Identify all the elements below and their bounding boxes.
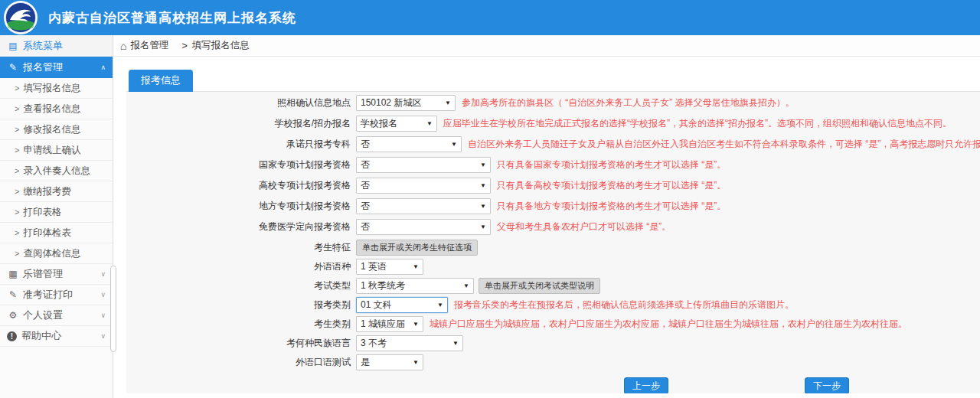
group-label: 帮助中心: [21, 329, 61, 343]
sidebar-group-registration[interactable]: ✎ 报名管理 ∧: [0, 57, 113, 78]
candidate-features-toggle-button[interactable]: 单击展开或关闭考生特征选项: [356, 240, 478, 256]
form-row: 外语口语测试 是 ▼: [126, 354, 980, 370]
submenu-arrow-icon: >: [15, 125, 19, 134]
submenu-label: 缴纳报考费: [23, 185, 71, 198]
gear-icon: ⚙: [7, 310, 19, 321]
submenu-label: 查看报名信息: [23, 103, 80, 116]
sidebar-item-print-physical-form[interactable]: > 打印体检表: [0, 223, 113, 243]
submenu-label: 打印体检表: [23, 227, 71, 240]
dropdown-arrow-icon: ▼: [475, 223, 486, 230]
field-label: 学校报名/招办报名: [126, 117, 356, 130]
form-row: 承诺只报考专科 否 ▼ 自治区外来务工人员随迁子女及户籍从自治区外迁入我自治区考…: [126, 136, 980, 152]
field-hint: 报考音乐类的考生在预报名后，照相确认信息前须选择或上传所填曲目的乐谱图片。: [454, 298, 794, 312]
exam-type-help-button[interactable]: 单击展开或关闭考试类型说明: [479, 278, 600, 294]
form-row: 学校报名/招办报名 学校报名 ▼ 应届毕业生在学校所在地完成正式报名的选择“学校…: [126, 116, 980, 132]
field-label: 考何种民族语言: [126, 337, 356, 350]
sidebar-group-admission-ticket[interactable]: ✎ 准考证打印 ∨: [0, 285, 113, 305]
form-row: 高校专项计划报考资格 否 ▼ 只有具备高校专项计划报考资格的考生才可以选择 “是…: [126, 178, 980, 194]
field-label: 承诺只报考专科: [126, 138, 356, 151]
sidebar-scrollbar[interactable]: [110, 266, 116, 352]
dropdown-arrow-icon: ▼: [475, 182, 486, 189]
sidebar-item-modify-registration[interactable]: > 修改报名信息: [0, 119, 113, 140]
sidebar-group-personal-settings[interactable]: ⚙ 个人设置 ∨: [0, 305, 113, 326]
form-row: 考何种民族语言 3 不考 ▼: [126, 335, 980, 351]
tab-application-info[interactable]: 报考信息: [129, 70, 193, 92]
sidebar: ▤ 系统菜单 ✎ 报名管理 ∧ > 填写报名信息 > 查看报名信息 > 修改报名…: [0, 35, 113, 398]
breadcrumb-separator: >: [181, 41, 187, 51]
form-row: 照相确认信息地点 150102 新城区 ▼ 参加高考所在的旗县区（ “自治区外来…: [126, 95, 980, 111]
form-actions: 上一步 下一步: [126, 377, 980, 393]
school-or-office-register-select[interactable]: 学校报名 ▼: [356, 116, 437, 132]
sidebar-item-print-forms[interactable]: > 打印表格: [0, 202, 113, 223]
breadcrumb-current: 填写报名信息: [192, 39, 250, 52]
form-row: 考生特征 单击展开或关闭考生特征选项: [126, 240, 980, 256]
dropdown-arrow-icon: ▼: [440, 100, 451, 106]
local-special-plan-select[interactable]: 否 ▼: [356, 198, 491, 214]
app-logo: [4, 1, 38, 34]
app-title: 内蒙古自治区普通高校招生网上报名系统: [48, 9, 296, 27]
sidebar-item-view-registration[interactable]: > 查看报名信息: [0, 99, 113, 119]
form-row: 考试类型 1 秋季统考 ▼ 单击展开或关闭考试类型说明: [126, 278, 980, 294]
app-header: 内蒙古自治区普通高校招生网上报名系统: [0, 0, 980, 35]
free-medical-directed-select[interactable]: 否 ▼: [356, 219, 491, 235]
field-label: 外语语种: [126, 260, 356, 273]
field-label: 考试类型: [126, 279, 356, 292]
submenu-arrow-icon: >: [15, 207, 19, 217]
sidebar-group-music-score[interactable]: ▦ 乐谱管理 ∨: [0, 264, 113, 285]
submenu-arrow-icon: >: [15, 187, 19, 196]
submenu-arrow-icon: >: [15, 249, 19, 258]
sidebar-item-pay-fee[interactable]: > 缴纳报考费: [0, 181, 113, 202]
edit-icon: ✎: [7, 62, 19, 73]
breadcrumb-root[interactable]: 报名管理: [130, 39, 168, 52]
help-icon: !: [7, 331, 17, 341]
dropdown-arrow-icon: ▼: [459, 282, 469, 289]
sidebar-menu-title: ▤ 系统菜单: [0, 35, 113, 57]
university-special-plan-select[interactable]: 否 ▼: [356, 178, 491, 194]
oral-test-select[interactable]: 是 ▼: [356, 354, 423, 370]
field-label: 地方专项计划报考资格: [126, 200, 356, 213]
sidebar-item-online-confirm[interactable]: > 申请线上确认: [0, 140, 113, 161]
submenu-arrow-icon: >: [15, 228, 19, 237]
field-label: 外语口语测试: [126, 356, 356, 369]
group-label: 报名管理: [23, 60, 63, 74]
sidebar-item-fill-registration[interactable]: > 填写报名信息: [0, 78, 113, 99]
next-step-button[interactable]: 下一步: [805, 377, 849, 393]
field-hint: 父母和考生具备农村户口才可以选择 “是”。: [497, 220, 671, 233]
dropdown-arrow-icon: ▼: [408, 359, 419, 366]
sidebar-item-view-physical-info[interactable]: > 查阅体检信息: [0, 243, 113, 264]
dropdown-arrow-icon: ▼: [475, 203, 486, 210]
sidebar-group-help-center[interactable]: ! 帮助中心 ∨: [0, 326, 113, 347]
field-label: 报考类别: [126, 298, 356, 312]
field-label: 高校专项计划报考资格: [126, 179, 356, 192]
submenu-arrow-icon: >: [15, 145, 19, 155]
score-grid-icon: ▦: [7, 269, 19, 279]
form-row: 报考类别 01 文科 ▼ 报考音乐类的考生在预报名后，照相确认信息前须选择或上传…: [126, 297, 980, 313]
national-special-plan-select[interactable]: 否 ▼: [356, 157, 491, 173]
chevron-down-icon: ∨: [100, 332, 106, 340]
exam-type-select[interactable]: 1 秋季统考 ▼: [356, 278, 474, 294]
field-hint: 自治区外来务工人员随迁子女及户籍从自治区外迁入我自治区考生如不符合本科录取条件，…: [468, 138, 980, 151]
candidate-category-select[interactable]: 1 城镇应届 ▼: [356, 316, 423, 332]
application-category-select[interactable]: 01 文科 ▼: [356, 297, 448, 313]
field-hint: 只有具备地方专项计划报考资格的考生才可以选择 “是”。: [497, 200, 726, 213]
field-hint: 城镇户口应届生为城镇应届，农村户口应届生为农村应届，城镇户口往届生为城镇往届，农…: [430, 318, 907, 331]
field-label: 国家专项计划报考资格: [126, 158, 356, 171]
photo-confirm-location-select[interactable]: 150102 新城区 ▼: [356, 95, 456, 111]
menu-list-icon: ▤: [7, 41, 19, 51]
foreign-language-select[interactable]: 1 英语 ▼: [356, 259, 423, 275]
field-hint: 只有具备高校专项计划报考资格的考生才可以选择 “是”。: [497, 179, 726, 192]
edit-icon: ✎: [7, 289, 19, 300]
form-row: 考生类别 1 城镇应届 ▼ 城镇户口应届生为城镇应届，农村户口应届生为农村应届，…: [126, 316, 980, 332]
previous-step-button[interactable]: 上一步: [624, 377, 668, 393]
chevron-up-icon: ∧: [100, 64, 106, 71]
submenu-label: 填写报名信息: [23, 82, 80, 95]
field-hint: 参加高考所在的旗县区（ “自治区外来务工人员子女” 选择父母居住地旗县招办）。: [462, 96, 795, 109]
breadcrumb: ⌂ 报名管理 > 填写报名信息: [113, 35, 980, 57]
sidebar-item-accompanist-info[interactable]: > 录入伴奏人信息: [0, 161, 113, 181]
main-content: ⌂ 报名管理 > 填写报名信息 报考信息 照相确认信息地点 150102 新城区…: [113, 35, 980, 398]
dropdown-arrow-icon: ▼: [446, 141, 457, 148]
dropdown-arrow-icon: ▼: [475, 161, 486, 168]
ethnic-language-exam-select[interactable]: 3 不考 ▼: [356, 335, 463, 351]
junior-college-only-select[interactable]: 否 ▼: [356, 136, 462, 152]
field-label: 考生类别: [126, 318, 356, 331]
